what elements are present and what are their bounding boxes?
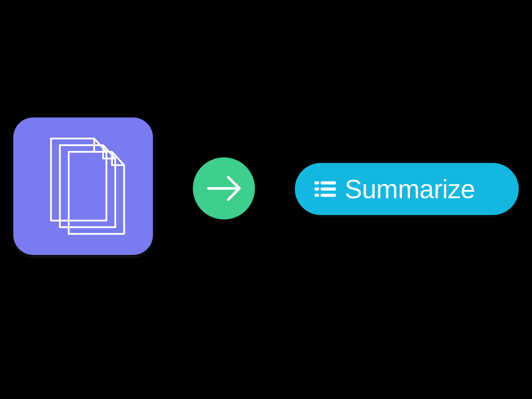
arrow-step [193, 157, 255, 219]
documents-stack-icon [13, 117, 153, 255]
diagram-canvas: Summarize [0, 0, 532, 399]
bullet-list-icon [314, 178, 336, 200]
documents-tile [13, 117, 153, 255]
summarize-button[interactable]: Summarize [295, 163, 519, 215]
summarize-label: Summarize [345, 176, 475, 202]
arrow-right-icon [193, 157, 255, 219]
